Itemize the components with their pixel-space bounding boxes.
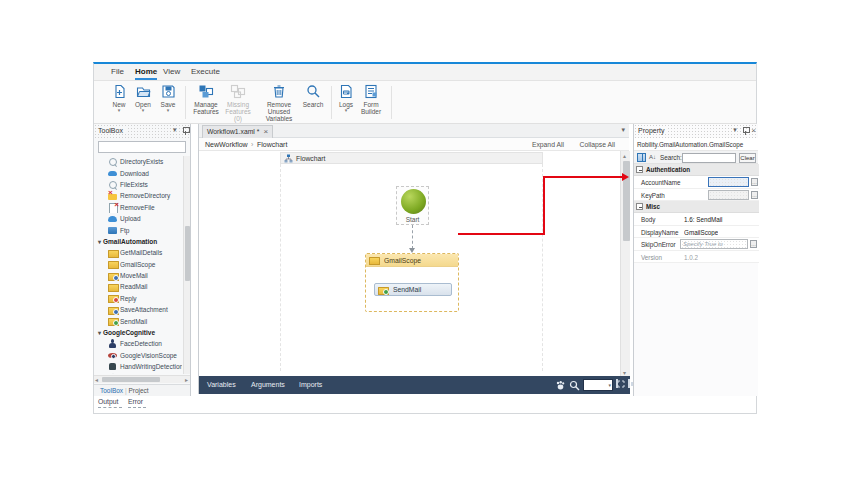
scroll-left-icon[interactable]: ◂ <box>95 376 98 383</box>
accountname-input[interactable] <box>708 177 749 187</box>
flowchart-canvas[interactable]: Flowchart Start GmailScope SendMail <box>199 151 619 374</box>
toolbox-item[interactable]: DirectoryExists <box>96 156 182 167</box>
pin-icon[interactable] <box>743 127 748 135</box>
toolbox-item[interactable]: GetMailDetails <box>96 247 182 258</box>
property-search-input[interactable] <box>682 153 736 163</box>
clear-button[interactable]: Clear <box>739 153 756 163</box>
sort-alphabetical-icon[interactable]: A↓ <box>649 154 656 160</box>
toolbox-item[interactable]: MoveMail <box>96 270 182 281</box>
breadcrumb-root[interactable]: NewWorkflow <box>205 141 248 148</box>
fit-to-screen-icon[interactable] <box>616 380 618 387</box>
gmailscope-activity[interactable]: GmailScope SendMail <box>365 253 459 312</box>
menu-home[interactable]: Home <box>135 67 157 80</box>
zoom-level-select[interactable] <box>583 379 613 391</box>
directory-exists-icon <box>108 157 117 166</box>
toolbox-item[interactable]: FaceDetection <box>96 338 182 349</box>
breadcrumb-current[interactable]: Flowchart <box>257 141 287 148</box>
toolbox-item[interactable]: Upload <box>96 213 182 224</box>
scroll-down-icon[interactable]: ▾ <box>623 369 626 376</box>
panel-position-icon[interactable] <box>173 128 180 135</box>
zoom-search-icon[interactable] <box>569 380 580 392</box>
toolbox-item[interactable]: Download <box>96 167 182 178</box>
menu-file[interactable]: File <box>111 67 124 76</box>
scrollbar-thumb[interactable] <box>102 377 160 382</box>
missing-features-button[interactable]: Missing Features (0) <box>221 84 255 122</box>
new-button[interactable]: New▾ <box>107 84 131 112</box>
toolbox-category-gmail-automation[interactable]: GmailAutomation <box>96 236 182 247</box>
scroll-right-icon[interactable]: ▸ <box>185 376 188 383</box>
toolbox-item[interactable]: SendMail <box>96 315 182 326</box>
open-button[interactable]: Open▾ <box>131 84 155 112</box>
imports-tab[interactable]: Imports <box>299 381 322 388</box>
search-button[interactable]: Search <box>301 84 325 108</box>
close-icon[interactable] <box>751 127 756 135</box>
tab-project[interactable]: Project <box>128 387 148 394</box>
toolbox-item[interactable]: SaveAttachment <box>96 304 182 315</box>
connector-line <box>412 225 413 249</box>
toolbox-item[interactable]: FileExists <box>96 179 182 190</box>
save-attachment-icon <box>108 305 117 314</box>
categorized-view-icon[interactable] <box>637 153 646 162</box>
toolbox-item[interactable]: HandWritingDetection <box>96 361 182 372</box>
skiponerror-input[interactable]: Specify True to <box>680 239 748 249</box>
output-panel-tab[interactable]: Output <box>98 398 122 408</box>
tab-list-chevron-icon[interactable]: ▾ <box>621 126 625 134</box>
workflow-tab[interactable]: Workflow1.xaml * <box>202 125 273 138</box>
menu-execute[interactable]: Execute <box>191 67 220 76</box>
scrollbar-thumb[interactable] <box>185 226 190 281</box>
gmail-scope-icon <box>369 256 378 265</box>
overview-icon[interactable] <box>628 380 630 387</box>
displayname-value[interactable]: GmailScope <box>684 229 718 236</box>
scroll-up-icon[interactable]: ▴ <box>623 152 626 159</box>
remove-unused-variables-button[interactable]: Remove Unused Variables <box>257 84 301 122</box>
flowchart-header[interactable]: Flowchart <box>280 152 543 164</box>
tab-toolbox[interactable]: ToolBox <box>100 387 123 394</box>
logs-button[interactable]: Logs▾ <box>334 84 358 112</box>
pin-icon[interactable] <box>183 127 188 135</box>
toolbox-item[interactable]: LabelDetection <box>96 372 182 374</box>
expand-all-link[interactable]: Expand All <box>532 141 564 148</box>
error-panel-tab[interactable]: Error <box>128 398 146 408</box>
toolbox-item[interactable]: ReadMail <box>96 281 182 292</box>
skiponerror-ellipsis-button[interactable]: … <box>750 240 757 248</box>
arguments-tab[interactable]: Arguments <box>251 381 285 388</box>
toolbox-search-input[interactable] <box>98 141 186 153</box>
keypath-input[interactable] <box>708 190 749 200</box>
body-value[interactable]: 1.6: SendMail <box>684 216 723 223</box>
manage-features-button[interactable]: Manage Features <box>189 84 223 115</box>
collapse-section-icon[interactable] <box>636 203 643 210</box>
keypath-ellipsis-button[interactable]: … <box>751 191 758 199</box>
tab-close-icon[interactable] <box>263 128 268 138</box>
designer-bottom-bar: Variables Arguments Imports <box>199 376 630 394</box>
paw-icon[interactable] <box>555 380 566 392</box>
panel-position-icon[interactable] <box>733 128 740 135</box>
ribbon-separator <box>391 86 392 119</box>
search-icon <box>306 84 321 99</box>
missing-features-icon <box>230 84 246 99</box>
collapse-all-link[interactable]: Collapse All <box>579 141 615 148</box>
form-builder-button[interactable]: Form Builder <box>357 84 385 115</box>
toolbox-item[interactable]: GmailScope <box>96 259 182 270</box>
toolbox-item[interactable]: GoogleVisionScope <box>96 350 182 361</box>
section-misc[interactable]: Misc <box>634 201 759 213</box>
menu-view[interactable]: View <box>163 67 180 76</box>
save-button[interactable]: Save▾ <box>156 84 180 112</box>
handwriting-detection-icon <box>108 362 117 371</box>
toolbox-item[interactable]: Ftp <box>96 224 182 235</box>
toolbox-item[interactable]: Reply <box>96 293 182 304</box>
gmailscope-header[interactable]: GmailScope <box>366 254 458 267</box>
collapse-section-icon[interactable] <box>636 166 643 173</box>
variables-tab[interactable]: Variables <box>207 381 236 388</box>
start-node[interactable]: Start <box>396 186 429 225</box>
toolbox-item[interactable]: RemoveDirectory <box>96 190 182 201</box>
toolbox-vertical-scrollbar[interactable] <box>183 156 190 374</box>
start-node-ball[interactable] <box>401 189 426 214</box>
accountname-ellipsis-button[interactable]: … <box>751 178 758 186</box>
toolbox-horizontal-scrollbar[interactable]: ◂ ▸ <box>94 375 190 383</box>
section-authentication[interactable]: Authentication <box>634 164 759 176</box>
toolbox-item[interactable]: RemoveFile <box>96 202 182 213</box>
sendmail-activity[interactable]: SendMail <box>374 283 452 296</box>
toolbox-category-google-cognitive[interactable]: GoogleCognitive <box>96 327 182 338</box>
property-search-label: Search: <box>660 154 682 161</box>
designer-vertical-scrollbar[interactable]: ▴ ▾ <box>620 151 630 376</box>
